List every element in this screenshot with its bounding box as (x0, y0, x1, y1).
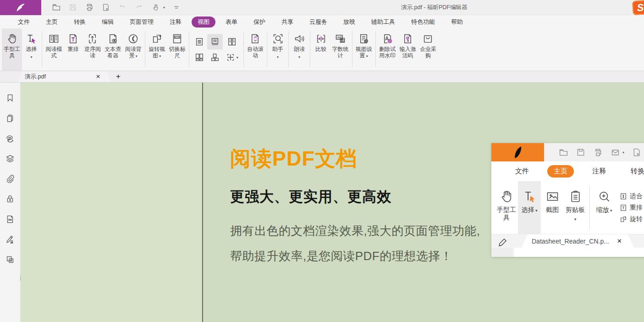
miniui-document-tab: Datasheet_Reader_CN.p... ✕ (522, 234, 634, 248)
facing-cover-layout-button[interactable] (207, 50, 223, 65)
tool-label: 朗读 (293, 46, 305, 61)
miniui-tab-file: 文件 (509, 165, 535, 178)
tab-file[interactable]: 文件 (12, 17, 36, 28)
miniui-print-icon (593, 148, 603, 157)
view-settings-button[interactable]: 视图设置 (354, 28, 374, 71)
assistant-button[interactable]: 助手 (269, 28, 287, 71)
read-mode-button[interactable]: 阅读模式 (44, 28, 64, 71)
tab-slideshow[interactable]: 放映 (337, 17, 361, 28)
reflow-button[interactable]: 重排 (64, 28, 83, 71)
tab-cloud[interactable]: 云服务 (303, 17, 333, 28)
speaker-icon (293, 31, 306, 46)
undo-icon[interactable] (117, 2, 127, 12)
remove-trial-watermark-button[interactable]: 删除试用水印 (377, 28, 397, 71)
tab-help[interactable]: 帮助 (445, 17, 469, 28)
crescent-icon (127, 31, 139, 46)
miniui-tool-label: 剪贴板 (565, 206, 586, 223)
open-folder-icon[interactable] (51, 2, 61, 12)
ribbon-tab-bar: 文件 主页 转换 编辑 页面管理 注释 视图 表单 保护 共享 云服务 放映 辅… (0, 15, 644, 28)
signatures-panel-icon[interactable] (5, 234, 16, 245)
foxit-s-logo: S (632, 0, 644, 15)
miniui-hand-tool: 手型工具 (495, 181, 518, 234)
miniui-document-tab-label: Datasheet_Reader_CN.p... (532, 238, 609, 245)
facing-continuous-layout-button[interactable] (192, 50, 207, 65)
tab-edit[interactable]: 编辑 (96, 17, 120, 28)
close-tab-icon[interactable]: ✕ (96, 73, 100, 80)
tab-protect[interactable]: 保护 (248, 17, 271, 28)
pages-panel-icon[interactable] (5, 113, 16, 124)
single-page-layout-button[interactable] (192, 34, 207, 50)
miniui-tab-comment: 注释 (586, 165, 612, 178)
enter-activation-code-button[interactable]: 输入激活码 (397, 28, 418, 71)
document-canvas: 阅读PDF文档 更强大、更实用、更高效 拥有出色的文档渲染效果,强大的页面管理功… (21, 83, 644, 322)
reading-background-button[interactable]: 阅读背景 (123, 28, 143, 71)
new-tab-button[interactable]: + (116, 72, 121, 81)
comments-panel-icon[interactable] (5, 133, 16, 144)
save-icon[interactable] (68, 2, 78, 12)
promo-body-line2: 帮助提升效率,是您阅读PDF的理想选择！ (230, 244, 480, 269)
print-icon[interactable] (84, 2, 94, 12)
new-page-icon[interactable] (101, 2, 111, 12)
hand-tool-button[interactable]: 手型工具 (2, 28, 22, 71)
security-panel-icon[interactable] (5, 194, 16, 205)
articles-panel-icon[interactable] (5, 254, 16, 265)
navigation-sidebar (0, 83, 21, 322)
miniui-clipboard-icon (568, 187, 583, 206)
miniui-fit-row: 适合 (619, 192, 643, 200)
miniui-separator (589, 186, 590, 229)
tab-comment[interactable]: 注释 (164, 17, 187, 28)
rotate-view-button[interactable]: 旋转视图 (147, 28, 167, 71)
tool-label: 逆序阅读 (84, 46, 101, 59)
document-tab-bar: 演示.pdf ✕ + (0, 71, 644, 83)
miniui-quill-logo (491, 143, 544, 161)
tool-label: 删除试用水印 (379, 46, 396, 59)
tab-features[interactable]: 特色功能 (405, 17, 441, 28)
customize-toolbar-icon[interactable] (171, 2, 182, 12)
tab-convert[interactable]: 转换 (68, 17, 92, 28)
miniui-mail-caret-icon: ▾ (622, 150, 624, 155)
miniui-tool-label: 截图 (542, 206, 563, 214)
read-aloud-button[interactable]: 朗读 (290, 28, 308, 71)
tab-view[interactable]: 视图 (192, 17, 215, 28)
bookmarks-panel-icon[interactable] (5, 93, 16, 104)
touch-mode-caret-icon[interactable]: ▾ (163, 6, 165, 10)
split-view-button[interactable]: ▾ (223, 50, 241, 65)
facing-layout-button[interactable] (223, 34, 241, 50)
page-layout-group: ▾ (192, 30, 241, 69)
miniui-rotate-row: 旋转 (619, 215, 643, 223)
compare-button[interactable]: 比较 (312, 28, 330, 71)
continuous-layout-button[interactable] (207, 34, 223, 50)
select-tool-button[interactable]: 选择 (22, 28, 40, 71)
document-tab[interactable]: 演示.pdf ✕ (17, 71, 111, 82)
tool-label: 企业采购 (419, 46, 437, 59)
toggle-ruler-button[interactable]: 切换标尺 (167, 28, 187, 71)
miniui-titlebar: ▾ (491, 143, 644, 161)
window-title: 演示.pdf - 福昕PDF编辑器 (401, 0, 467, 15)
miniui-reflow-label: 重排 (630, 204, 643, 212)
tab-home[interactable]: 主页 (40, 17, 64, 28)
ribbon-separator (243, 31, 244, 67)
word-count-button[interactable]: AB 字数统计 (330, 28, 350, 71)
miniui-bottom-strip (491, 248, 644, 257)
view-settings-icon (358, 31, 370, 46)
layers-panel-icon[interactable] (5, 153, 16, 164)
reverse-reading-button[interactable]: 逆序阅读 (83, 28, 103, 71)
destinations-panel-icon[interactable] (5, 214, 16, 225)
tab-page-management[interactable]: 页面管理 (124, 17, 160, 28)
miniui-snapshot-tool: 截图 (541, 181, 564, 234)
attachments-panel-icon[interactable] (5, 173, 16, 184)
pdf-promo-text: 阅读PDF文档 更强大、更实用、更高效 拥有出色的文档渲染效果,强大的页面管理功… (230, 145, 480, 269)
tool-label: 阅读背景 (125, 46, 142, 60)
redo-icon[interactable] (134, 2, 144, 12)
miniui-select-tool: 选择 (518, 181, 541, 234)
touch-mode-icon[interactable] (150, 2, 160, 12)
miniui-rotate-label: 旋转 (630, 215, 643, 223)
text-viewer-button[interactable]: 文本查看器 (103, 28, 123, 71)
enterprise-purchase-button[interactable]: 企业采购 (418, 28, 438, 71)
tab-share[interactable]: 共享 (275, 17, 299, 28)
tab-form[interactable]: 表单 (220, 17, 243, 28)
ribbon-toolbar: 手型工具 选择 阅读模式 重排 逆序阅读 文本查看器 阅读背景 旋转视图 切换标… (0, 28, 644, 71)
tab-accessibility[interactable]: 辅助工具 (365, 17, 401, 28)
miniui-save-icon (576, 148, 585, 157)
auto-scroll-button[interactable]: 自动滚动 (245, 28, 265, 71)
